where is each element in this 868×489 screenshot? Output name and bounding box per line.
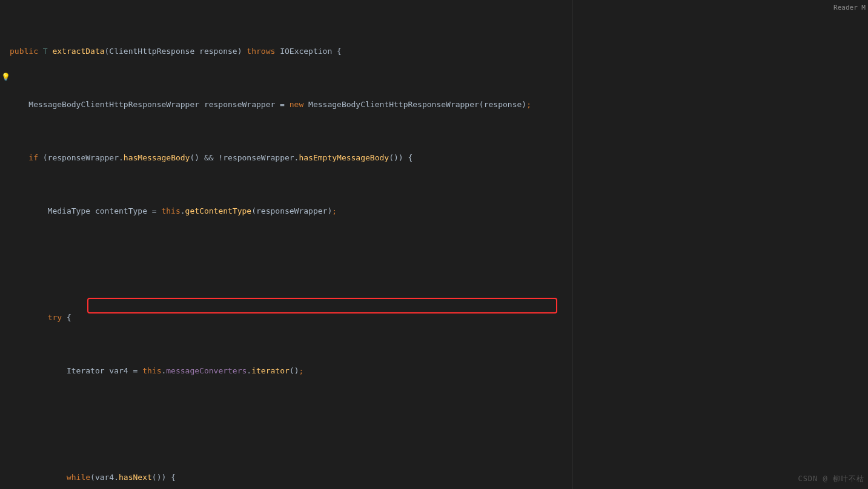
- code-line[interactable]: while(var4.hasNext()) {: [10, 471, 844, 484]
- code-editor[interactable]: 💡 Reader M public T extractData(ClientHt…: [0, 0, 868, 489]
- code-lines[interactable]: public T extractData(ClientHttpResponse …: [10, 5, 844, 489]
- code-line[interactable]: try {: [10, 311, 844, 324]
- code-line-blank[interactable]: [10, 258, 844, 271]
- gutter: 💡: [0, 0, 8, 489]
- code-line[interactable]: Iterator var4 = this.messageConverters.i…: [10, 364, 844, 378]
- code-line[interactable]: MediaType contentType = this.getContentT…: [10, 205, 844, 218]
- intention-bulb-icon[interactable]: 💡: [1, 73, 7, 81]
- code-line[interactable]: MessageBodyClientHttpResponseWrapper res…: [10, 98, 844, 111]
- code-line[interactable]: if (responseWrapper.hasMessageBody() && …: [10, 151, 844, 165]
- code-line-blank[interactable]: [10, 418, 844, 431]
- watermark-text: CSDN @ 柳叶不枯: [798, 472, 864, 485]
- caret-line-highlight: [10, 311, 868, 324]
- code-line[interactable]: public T extractData(ClientHttpResponse …: [10, 45, 844, 58]
